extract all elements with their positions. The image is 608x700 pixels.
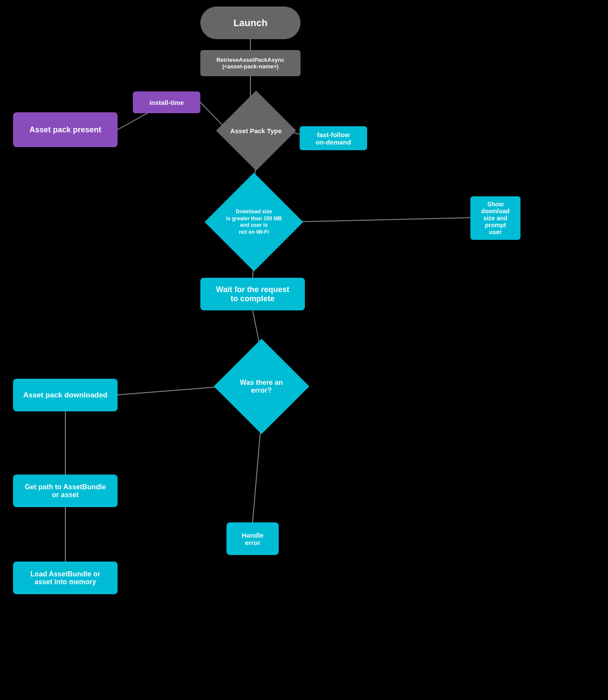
install-time-node: install-time xyxy=(133,91,200,113)
svg-line-9 xyxy=(118,386,228,395)
download-size-diamond: Download sizeis greater than 150 MBand u… xyxy=(205,173,303,271)
asset-pack-type-diamond: Asset Pack Type xyxy=(216,91,296,171)
load-assetbundle-node: Load AssetBundle orasset into memory xyxy=(13,562,118,594)
handle-error-label: Handleerror xyxy=(242,532,263,546)
asset-pack-type-label: Asset Pack Type xyxy=(230,127,282,135)
asset-pack-present-label: Asset pack present xyxy=(29,125,101,135)
download-size-label: Download sizeis greater than 150 MBand u… xyxy=(226,209,282,236)
svg-line-6 xyxy=(289,218,470,222)
was-error-diamond: Was there anerror? xyxy=(214,339,309,434)
asset-pack-downloaded-node: Asset pack downloaded xyxy=(13,379,118,411)
get-path-label: Get path to AssetBundleor asset xyxy=(25,483,106,499)
launch-node: Launch xyxy=(200,7,301,39)
handle-error-node: Handleerror xyxy=(226,522,279,555)
get-path-node: Get path to AssetBundleor asset xyxy=(13,475,118,507)
wait-label: Wait for the requestto complete xyxy=(216,285,289,303)
asset-pack-downloaded-label: Asset pack downloaded xyxy=(23,391,108,400)
load-assetbundle-label: Load AssetBundle orasset into memory xyxy=(30,570,100,586)
fast-follow-label: fast-followon-demand xyxy=(316,131,351,146)
flowchart: Launch RetrieveAssetPackAsync(<asset-pac… xyxy=(0,0,608,700)
launch-label: Launch xyxy=(233,17,267,29)
was-error-label: Was there anerror? xyxy=(240,379,283,394)
wait-node: Wait for the requestto complete xyxy=(200,278,305,310)
fast-follow-node: fast-followon-demand xyxy=(300,126,367,150)
install-time-label: install-time xyxy=(149,99,184,106)
show-download-node: Showdownloadsize andpromptuser xyxy=(470,196,520,240)
retrieve-label: RetrieveAssetPackAsync(<asset-pack-name>… xyxy=(216,57,284,70)
asset-pack-present-node: Asset pack present xyxy=(13,112,118,147)
show-download-label: Showdownloadsize andpromptuser xyxy=(481,201,510,236)
retrieve-node: RetrieveAssetPackAsync(<asset-pack-name>… xyxy=(200,50,301,76)
svg-line-12 xyxy=(253,420,261,522)
